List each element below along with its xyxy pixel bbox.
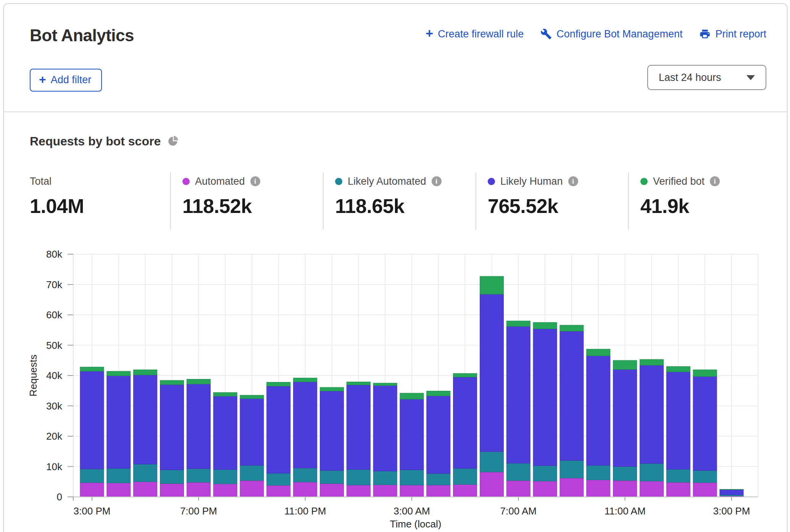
bar-segment[interactable] [320, 471, 343, 484]
bar-segment[interactable] [267, 485, 290, 497]
bar-segment[interactable] [720, 490, 743, 495]
bar-segment[interactable] [640, 365, 663, 464]
bar-segment[interactable] [427, 396, 450, 474]
bar-segment[interactable] [587, 356, 610, 465]
bar-segment[interactable] [134, 375, 157, 464]
bar-segment[interactable] [187, 469, 210, 482]
bar-segment[interactable] [320, 391, 343, 471]
bar-segment[interactable] [613, 369, 637, 466]
bar-segment[interactable] [640, 481, 663, 497]
bar-segment[interactable] [533, 322, 557, 329]
bar-segment[interactable] [80, 483, 104, 497]
bar-segment[interactable] [373, 383, 397, 385]
bar-segment[interactable] [373, 485, 397, 497]
bar-segment[interactable] [533, 481, 557, 497]
bar-segment[interactable] [480, 472, 503, 497]
bar-segment[interactable] [160, 385, 184, 470]
info-icon[interactable]: i [250, 176, 260, 186]
bar-segment[interactable] [480, 294, 503, 452]
bar-segment[interactable] [560, 331, 584, 461]
bar-segment[interactable] [666, 372, 690, 469]
bar-segment[interactable] [453, 377, 477, 468]
bar-segment[interactable] [640, 464, 663, 481]
bar-segment[interactable] [107, 483, 131, 497]
bar-segment[interactable] [587, 349, 610, 356]
bar-segment[interactable] [666, 366, 690, 372]
bar-segment[interactable] [80, 367, 104, 371]
bar-segment[interactable] [506, 480, 530, 497]
bar-segment[interactable] [480, 276, 503, 294]
bar-segment[interactable] [240, 465, 264, 480]
bar-segment[interactable] [373, 385, 397, 471]
bar-segment[interactable] [453, 484, 477, 497]
bar-segment[interactable] [587, 465, 610, 480]
bar-segment[interactable] [480, 452, 503, 472]
bar-segment[interactable] [427, 391, 450, 396]
bar-segment[interactable] [506, 321, 530, 326]
bar-segment[interactable] [587, 480, 610, 497]
bar-segment[interactable] [134, 482, 157, 497]
bar-segment[interactable] [453, 373, 477, 377]
bar-segment[interactable] [693, 370, 717, 376]
bar-segment[interactable] [160, 380, 184, 385]
bar-segment[interactable] [693, 376, 717, 470]
bar-segment[interactable] [107, 376, 131, 468]
bar-segment[interactable] [613, 467, 637, 481]
info-icon[interactable]: i [432, 176, 442, 186]
bar-segment[interactable] [427, 485, 450, 497]
bar-segment[interactable] [267, 382, 290, 386]
bar-segment[interactable] [107, 371, 131, 376]
bar-segment[interactable] [80, 371, 104, 469]
bar-segment[interactable] [613, 360, 637, 369]
bar-segment[interactable] [693, 471, 717, 483]
bar-segment[interactable] [347, 385, 370, 470]
bar-segment[interactable] [560, 325, 584, 331]
bar-segment[interactable] [427, 474, 450, 485]
bar-segment[interactable] [560, 478, 584, 497]
bar-segment[interactable] [506, 326, 530, 463]
bar-segment[interactable] [400, 393, 424, 399]
bar-segment[interactable] [160, 484, 184, 497]
bar-segment[interactable] [533, 466, 557, 481]
bar-segment[interactable] [506, 463, 530, 480]
bar-segment[interactable] [560, 461, 584, 478]
bar-segment[interactable] [347, 469, 370, 485]
bar-segment[interactable] [720, 489, 743, 490]
bar-segment[interactable] [213, 469, 237, 484]
create-firewall-rule-link[interactable]: + Create firewall rule [426, 27, 524, 40]
bar-segment[interactable] [267, 473, 290, 485]
add-filter-button[interactable]: + Add filter [30, 69, 102, 92]
bar-segment[interactable] [240, 395, 264, 399]
bar-segment[interactable] [213, 396, 237, 469]
bar-segment[interactable] [107, 468, 131, 483]
bar-segment[interactable] [187, 384, 210, 469]
bar-segment[interactable] [160, 470, 184, 484]
bar-segment[interactable] [347, 485, 370, 497]
bar-segment[interactable] [400, 485, 424, 497]
bar-segment[interactable] [693, 483, 717, 497]
configure-bot-management-link[interactable]: Configure Bot Management [540, 28, 682, 40]
bar-segment[interactable] [293, 378, 317, 382]
bar-segment[interactable] [187, 379, 210, 384]
bar-segment[interactable] [640, 360, 663, 365]
time-range-dropdown[interactable]: Last 24 hours [647, 65, 766, 90]
bar-segment[interactable] [134, 464, 157, 482]
bar-segment[interactable] [320, 484, 343, 497]
info-icon[interactable]: i [710, 176, 720, 186]
bar-segment[interactable] [293, 468, 317, 482]
bar-segment[interactable] [666, 469, 690, 482]
bar-segment[interactable] [400, 470, 424, 485]
bar-segment[interactable] [213, 393, 237, 397]
bar-segment[interactable] [80, 469, 104, 483]
print-report-link[interactable]: Print report [699, 28, 766, 40]
bar-segment[interactable] [134, 370, 157, 375]
bar-segment[interactable] [187, 482, 210, 497]
bar-segment[interactable] [293, 482, 317, 497]
bar-segment[interactable] [533, 329, 557, 466]
bar-segment[interactable] [240, 480, 264, 497]
bar-segment[interactable] [613, 480, 637, 497]
info-icon[interactable]: i [568, 176, 578, 186]
bar-segment[interactable] [347, 382, 370, 385]
bar-segment[interactable] [293, 382, 317, 468]
bar-segment[interactable] [453, 468, 477, 484]
